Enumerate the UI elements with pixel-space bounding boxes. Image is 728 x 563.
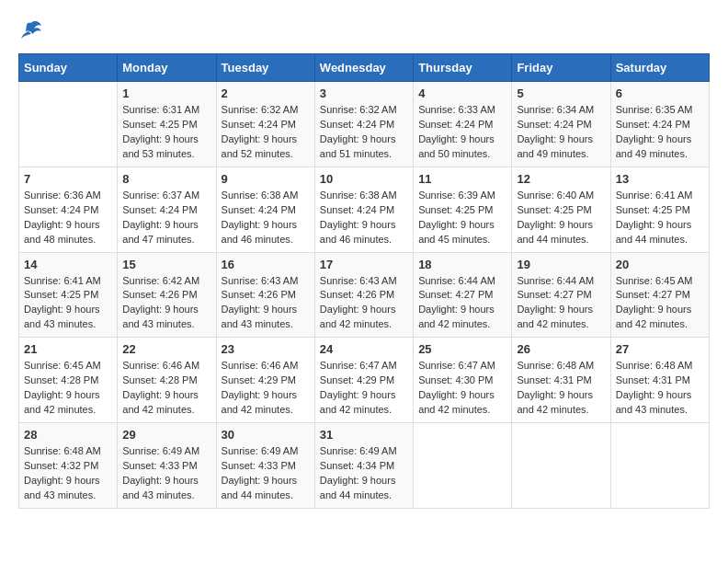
day-cell: 20Sunrise: 6:45 AM Sunset: 4:27 PM Dayli…	[610, 252, 709, 338]
day-cell: 6Sunrise: 6:35 AM Sunset: 4:24 PM Daylig…	[610, 82, 709, 167]
day-number: 3	[320, 86, 408, 100]
day-number: 9	[222, 172, 310, 186]
header-thursday: Thursday	[414, 54, 512, 82]
day-info: Sunrise: 6:43 AM Sunset: 4:26 PM Dayligh…	[222, 274, 310, 333]
day-cell: 11Sunrise: 6:39 AM Sunset: 4:25 PM Dayli…	[414, 167, 512, 252]
day-number: 24	[320, 342, 408, 356]
day-cell: 12Sunrise: 6:40 AM Sunset: 4:25 PM Dayli…	[512, 167, 610, 252]
header-tuesday: Tuesday	[216, 54, 314, 82]
day-cell: 22Sunrise: 6:46 AM Sunset: 4:28 PM Dayli…	[118, 338, 216, 423]
day-info: Sunrise: 6:48 AM Sunset: 4:31 PM Dayligh…	[517, 359, 605, 418]
page-header	[18, 18, 710, 44]
day-info: Sunrise: 6:41 AM Sunset: 4:25 PM Dayligh…	[616, 189, 704, 247]
header-monday: Monday	[118, 54, 216, 82]
day-info: Sunrise: 6:47 AM Sunset: 4:30 PM Dayligh…	[418, 359, 506, 418]
day-number: 8	[122, 172, 210, 186]
day-number: 4	[418, 86, 506, 100]
header-sunday: Sunday	[19, 54, 118, 82]
calendar-table: SundayMondayTuesdayWednesdayThursdayFrid…	[18, 53, 710, 509]
day-info: Sunrise: 6:37 AM Sunset: 4:24 PM Dayligh…	[122, 189, 210, 247]
day-info: Sunrise: 6:35 AM Sunset: 4:24 PM Dayligh…	[616, 103, 704, 162]
day-info: Sunrise: 6:39 AM Sunset: 4:25 PM Dayligh…	[418, 189, 506, 247]
day-number: 31	[320, 428, 408, 442]
week-row-3: 14Sunrise: 6:41 AM Sunset: 4:25 PM Dayli…	[19, 252, 710, 338]
day-info: Sunrise: 6:42 AM Sunset: 4:26 PM Dayligh…	[122, 274, 210, 333]
day-cell: 28Sunrise: 6:48 AM Sunset: 4:32 PM Dayli…	[19, 423, 118, 509]
day-info: Sunrise: 6:49 AM Sunset: 4:34 PM Dayligh…	[320, 444, 408, 503]
day-info: Sunrise: 6:38 AM Sunset: 4:24 PM Dayligh…	[320, 189, 408, 247]
day-cell: 8Sunrise: 6:37 AM Sunset: 4:24 PM Daylig…	[118, 167, 216, 252]
day-info: Sunrise: 6:44 AM Sunset: 4:27 PM Dayligh…	[517, 274, 605, 333]
day-cell: 2Sunrise: 6:32 AM Sunset: 4:24 PM Daylig…	[216, 82, 314, 167]
header-wednesday: Wednesday	[314, 54, 413, 82]
week-row-4: 21Sunrise: 6:45 AM Sunset: 4:28 PM Dayli…	[19, 338, 710, 423]
day-number: 20	[616, 258, 704, 271]
logo-bird-icon	[18, 18, 44, 44]
day-number: 2	[222, 86, 310, 100]
day-info: Sunrise: 6:34 AM Sunset: 4:24 PM Dayligh…	[517, 103, 605, 162]
week-row-5: 28Sunrise: 6:48 AM Sunset: 4:32 PM Dayli…	[19, 423, 710, 509]
day-number: 19	[517, 258, 605, 271]
day-cell	[414, 423, 512, 509]
day-cell: 31Sunrise: 6:49 AM Sunset: 4:34 PM Dayli…	[314, 423, 413, 509]
day-info: Sunrise: 6:49 AM Sunset: 4:33 PM Dayligh…	[122, 444, 210, 503]
day-info: Sunrise: 6:44 AM Sunset: 4:27 PM Dayligh…	[418, 274, 506, 333]
day-cell: 30Sunrise: 6:49 AM Sunset: 4:33 PM Dayli…	[216, 423, 314, 509]
day-info: Sunrise: 6:36 AM Sunset: 4:24 PM Dayligh…	[24, 189, 112, 247]
day-cell: 3Sunrise: 6:32 AM Sunset: 4:24 PM Daylig…	[314, 82, 413, 167]
day-cell	[610, 423, 709, 509]
day-cell: 16Sunrise: 6:43 AM Sunset: 4:26 PM Dayli…	[216, 252, 314, 338]
day-number: 25	[418, 342, 506, 356]
day-number: 10	[320, 172, 408, 186]
day-cell: 24Sunrise: 6:47 AM Sunset: 4:29 PM Dayli…	[314, 338, 413, 423]
day-number: 6	[616, 86, 704, 100]
day-info: Sunrise: 6:45 AM Sunset: 4:27 PM Dayligh…	[616, 274, 704, 333]
day-cell: 29Sunrise: 6:49 AM Sunset: 4:33 PM Dayli…	[118, 423, 216, 509]
day-number: 29	[122, 428, 210, 442]
day-cell: 4Sunrise: 6:33 AM Sunset: 4:24 PM Daylig…	[414, 82, 512, 167]
day-cell: 27Sunrise: 6:48 AM Sunset: 4:31 PM Dayli…	[610, 338, 709, 423]
day-number: 1	[122, 86, 210, 100]
day-number: 28	[24, 428, 112, 442]
day-number: 22	[122, 342, 210, 356]
day-cell: 7Sunrise: 6:36 AM Sunset: 4:24 PM Daylig…	[19, 167, 118, 252]
logo	[18, 18, 48, 44]
day-info: Sunrise: 6:45 AM Sunset: 4:28 PM Dayligh…	[24, 359, 112, 418]
day-cell: 17Sunrise: 6:43 AM Sunset: 4:26 PM Dayli…	[314, 252, 413, 338]
weekday-header-row: SundayMondayTuesdayWednesdayThursdayFrid…	[19, 54, 710, 82]
day-cell: 13Sunrise: 6:41 AM Sunset: 4:25 PM Dayli…	[610, 167, 709, 252]
day-cell: 10Sunrise: 6:38 AM Sunset: 4:24 PM Dayli…	[314, 167, 413, 252]
header-saturday: Saturday	[610, 54, 709, 82]
day-cell: 9Sunrise: 6:38 AM Sunset: 4:24 PM Daylig…	[216, 167, 314, 252]
day-number: 21	[24, 342, 112, 356]
day-cell: 23Sunrise: 6:46 AM Sunset: 4:29 PM Dayli…	[216, 338, 314, 423]
day-info: Sunrise: 6:43 AM Sunset: 4:26 PM Dayligh…	[320, 274, 408, 333]
day-info: Sunrise: 6:41 AM Sunset: 4:25 PM Dayligh…	[24, 274, 112, 333]
day-info: Sunrise: 6:32 AM Sunset: 4:24 PM Dayligh…	[320, 103, 408, 162]
day-cell	[19, 82, 118, 167]
day-info: Sunrise: 6:49 AM Sunset: 4:33 PM Dayligh…	[222, 444, 310, 503]
day-info: Sunrise: 6:47 AM Sunset: 4:29 PM Dayligh…	[320, 359, 408, 418]
day-info: Sunrise: 6:48 AM Sunset: 4:31 PM Dayligh…	[616, 359, 704, 418]
day-cell: 18Sunrise: 6:44 AM Sunset: 4:27 PM Dayli…	[414, 252, 512, 338]
day-info: Sunrise: 6:48 AM Sunset: 4:32 PM Dayligh…	[24, 444, 112, 503]
day-number: 15	[122, 258, 210, 271]
week-row-2: 7Sunrise: 6:36 AM Sunset: 4:24 PM Daylig…	[19, 167, 710, 252]
day-cell: 26Sunrise: 6:48 AM Sunset: 4:31 PM Dayli…	[512, 338, 610, 423]
day-cell	[512, 423, 610, 509]
day-number: 27	[616, 342, 704, 356]
day-cell: 15Sunrise: 6:42 AM Sunset: 4:26 PM Dayli…	[118, 252, 216, 338]
day-number: 11	[418, 172, 506, 186]
day-cell: 14Sunrise: 6:41 AM Sunset: 4:25 PM Dayli…	[19, 252, 118, 338]
day-number: 13	[616, 172, 704, 186]
day-number: 26	[517, 342, 605, 356]
day-number: 18	[418, 258, 506, 271]
day-cell: 21Sunrise: 6:45 AM Sunset: 4:28 PM Dayli…	[19, 338, 118, 423]
day-info: Sunrise: 6:31 AM Sunset: 4:25 PM Dayligh…	[122, 103, 210, 162]
day-info: Sunrise: 6:46 AM Sunset: 4:29 PM Dayligh…	[222, 359, 310, 418]
day-cell: 19Sunrise: 6:44 AM Sunset: 4:27 PM Dayli…	[512, 252, 610, 338]
day-info: Sunrise: 6:32 AM Sunset: 4:24 PM Dayligh…	[222, 103, 310, 162]
day-cell: 5Sunrise: 6:34 AM Sunset: 4:24 PM Daylig…	[512, 82, 610, 167]
day-number: 12	[517, 172, 605, 186]
day-number: 30	[222, 428, 310, 442]
